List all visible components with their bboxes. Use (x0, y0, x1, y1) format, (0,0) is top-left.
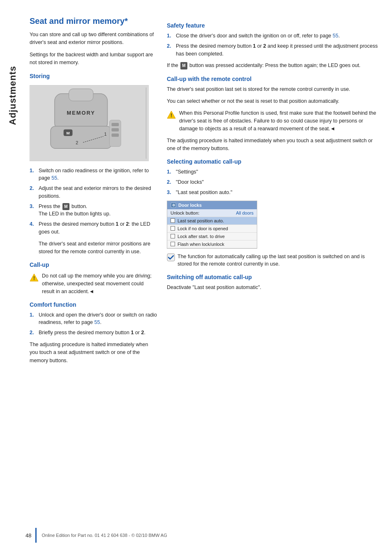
footer-divider (35, 528, 37, 543)
storing-step-2: 2. Adjust the seat and exterior mirrors … (30, 185, 157, 200)
storing-steps: 1. Switch on radio readiness or the igni… (30, 167, 157, 236)
m-button-safety: M (180, 62, 187, 69)
comfort-note: The adjusting procedure is halted immedi… (30, 341, 157, 365)
svg-text:⚙: ⚙ (172, 204, 175, 207)
comfort-step-2: 2. Briefly press the desired memory butt… (30, 329, 157, 337)
intro-p1: You can store and call up two different … (30, 31, 157, 47)
comfort-heading: Comfort function (30, 301, 157, 308)
door-locks-row-3: Lock after start. to drive (167, 233, 257, 240)
svg-text:!: ! (171, 113, 172, 118)
checkbox-4 (171, 242, 175, 246)
m-button-inline: M (62, 203, 69, 210)
door-locks-header: Unlock button: All doors (167, 209, 257, 217)
storing-note: The driver's seat and exterior mirror po… (39, 240, 157, 256)
safety-heading: Safety feature (167, 22, 380, 29)
selecting-auto-steps: 1. "Settings" 2. "Door locks" 3. "Last s… (167, 168, 380, 196)
storing-step-3: 3. Press the M button.The LED in the but… (30, 203, 157, 218)
door-locks-title-text: Door locks (178, 203, 202, 208)
sidebar: Adjustments (0, 0, 25, 555)
memory-image: MEMORY M 2 1 (30, 85, 149, 161)
callup-remote-p2: You can select whether or not the seat i… (167, 97, 380, 105)
svg-text:M: M (66, 130, 69, 135)
svg-text:MEMORY: MEMORY (67, 110, 95, 116)
door-locks-ui: ⚙ Door locks Unlock button: All doors La… (167, 201, 257, 249)
right-column: Safety feature 1. Close the driver's doo… (167, 16, 380, 539)
svg-rect-11 (111, 123, 119, 126)
callup-remote-warning: ! When this Personal Profile function is… (167, 109, 380, 132)
checkbox-1 (171, 218, 175, 223)
storing-heading: Storing (30, 73, 157, 79)
safety-step-1: 1. Close the driver's door and switch th… (167, 32, 380, 40)
storing-step-4: 4. Press the desired memory button 1 or … (30, 220, 157, 236)
intro-p2: Settings for the backrest width and lumb… (30, 51, 157, 67)
safety-steps: 1. Close the driver's door and switch th… (167, 32, 380, 58)
safety-step-2: 2. Press the desired memory button 1 or … (167, 42, 380, 58)
checkbox-2 (171, 226, 175, 231)
callup-remote-heading: Call-up with the remote control (167, 76, 380, 82)
callup-remote-p1: The driver's seat position last set is s… (167, 86, 380, 93)
svg-rect-12 (111, 128, 119, 131)
checkmark-note-text: The function for automatically calling u… (178, 253, 380, 268)
door-locks-row-2: Lock if no door is opened (167, 225, 257, 233)
callup-remote-warning-text: When this Personal Profile function is u… (179, 109, 380, 132)
storing-step-1: 1. Switch on radio readiness or the igni… (30, 167, 157, 183)
svg-text:!: ! (33, 275, 35, 281)
door-locks-row-4: Flash when lock/unlock (167, 240, 257, 248)
callup-warning: ! Do not call up the memory while you ar… (30, 272, 157, 295)
door-locks-title: ⚙ Door locks (167, 201, 257, 209)
callup-warning-text: Do not call up the memory while you are … (42, 272, 157, 295)
comfort-step-1: 1. Unlock and open the driver's door or … (30, 311, 157, 327)
svg-rect-13 (111, 133, 119, 136)
switching-off-heading: Switching off automatic call-up (167, 274, 380, 280)
door-locks-row-1: Last seat position auto. (167, 217, 257, 225)
page-number: 48 (25, 532, 35, 539)
switching-off-text: Deactivate "Last seat position automatic… (167, 284, 380, 291)
comfort-steps: 1. Unlock and open the driver's door or … (30, 311, 157, 337)
svg-rect-2 (51, 126, 111, 148)
auto-step-3: 3. "Last seat position auto." (167, 189, 380, 197)
safety-note: If the M button was pressed accidentally… (167, 62, 380, 69)
footer-copyright: Online Edition for Part no. 01 41 2 604 … (42, 533, 167, 538)
selecting-auto-heading: Selecting automatic call-up (167, 158, 380, 165)
checkmark-note: The function for automatically calling u… (167, 253, 380, 268)
svg-text:1: 1 (104, 131, 107, 136)
callup-remote-note: The adjusting procedure is halted immedi… (167, 137, 380, 153)
auto-step-2: 2. "Door locks" (167, 178, 380, 186)
sidebar-label: Adjustments (7, 66, 18, 125)
left-column: Seat and mirror memory* You can store an… (30, 16, 157, 539)
page-footer: 48 Online Edition for Part no. 01 41 2 6… (25, 528, 392, 543)
page-title: Seat and mirror memory* (30, 16, 157, 26)
content-area: Seat and mirror memory* You can store an… (25, 0, 392, 555)
checkbox-3 (171, 234, 175, 238)
svg-text:2: 2 (76, 140, 78, 145)
callup-heading: Call-up (30, 261, 157, 268)
auto-step-1: 1. "Settings" (167, 168, 380, 176)
svg-rect-3 (69, 88, 93, 101)
